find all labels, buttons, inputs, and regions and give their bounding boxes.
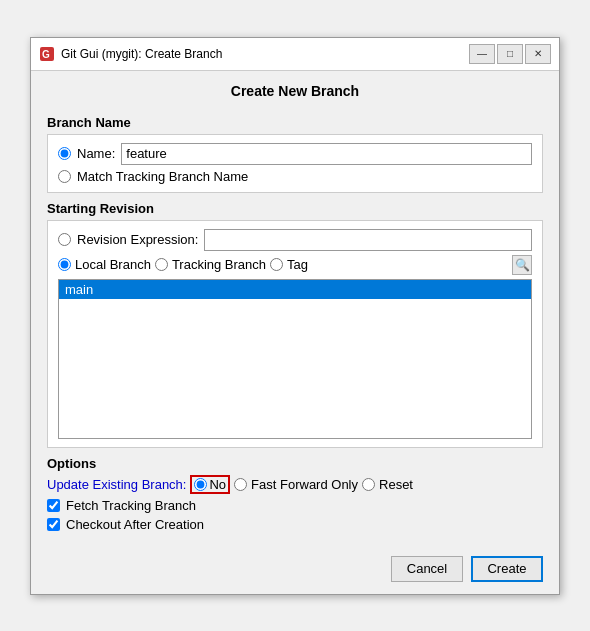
create-button[interactable]: Create [471, 556, 543, 582]
name-row: Name: [58, 143, 532, 165]
svg-text:G: G [42, 49, 50, 60]
dialog-title: Create New Branch [31, 71, 559, 107]
fast-forward-radio[interactable] [234, 478, 247, 491]
name-radio[interactable] [58, 147, 71, 160]
checkout-after-label: Checkout After Creation [66, 517, 204, 532]
starting-revision-section: Revision Expression: Local Branch Tracki… [47, 220, 543, 448]
window-controls: — □ ✕ [469, 44, 551, 64]
revision-expression-row: Revision Expression: [58, 229, 532, 251]
search-icon[interactable]: 🔍 [512, 255, 532, 275]
local-branch-radio[interactable] [58, 258, 71, 271]
revision-expression-input[interactable] [204, 229, 532, 251]
main-window: G Git Gui (mygit): Create Branch — □ ✕ C… [30, 37, 560, 595]
fetch-tracking-checkbox[interactable] [47, 499, 60, 512]
branch-list-item[interactable]: main [59, 280, 531, 299]
checkout-after-row: Checkout After Creation [47, 517, 543, 532]
no-label: No [209, 477, 226, 492]
match-tracking-label: Match Tracking Branch Name [77, 169, 248, 184]
fetch-tracking-label: Fetch Tracking Branch [66, 498, 196, 513]
match-tracking-radio[interactable] [58, 170, 71, 183]
branch-name-section-label: Branch Name [47, 115, 543, 130]
app-icon: G [39, 46, 55, 62]
window-title: Git Gui (mygit): Create Branch [61, 47, 469, 61]
branch-name-input[interactable] [121, 143, 532, 165]
tag-label: Tag [287, 257, 308, 272]
options-label: Options [47, 456, 543, 471]
fast-forward-label: Fast Forward Only [251, 477, 358, 492]
match-tracking-row: Match Tracking Branch Name [58, 169, 532, 184]
tracking-branch-radio[interactable] [155, 258, 168, 271]
no-radio-box: No [190, 475, 230, 494]
starting-revision-section-label: Starting Revision [47, 201, 543, 216]
options-section: Options Update Existing Branch: No Fast … [47, 456, 543, 532]
revision-expression-label: Revision Expression: [77, 232, 198, 247]
update-existing-label: Update Existing Branch: [47, 477, 186, 492]
revision-expression-radio[interactable] [58, 233, 71, 246]
reset-label: Reset [379, 477, 413, 492]
checkout-after-checkbox[interactable] [47, 518, 60, 531]
minimize-button[interactable]: — [469, 44, 495, 64]
branch-name-section: Name: Match Tracking Branch Name [47, 134, 543, 193]
tracking-branch-label: Tracking Branch [172, 257, 266, 272]
reset-radio[interactable] [362, 478, 375, 491]
titlebar: G Git Gui (mygit): Create Branch — □ ✕ [31, 38, 559, 71]
update-existing-row: Update Existing Branch: No Fast Forward … [47, 475, 543, 494]
maximize-button[interactable]: □ [497, 44, 523, 64]
button-row: Cancel Create [31, 548, 559, 594]
no-radio[interactable] [194, 478, 207, 491]
fetch-tracking-row: Fetch Tracking Branch [47, 498, 543, 513]
branch-type-row: Local Branch Tracking Branch Tag 🔍 [58, 255, 532, 275]
dialog-content: Branch Name Name: Match Tracking Branch … [31, 115, 559, 548]
local-branch-label: Local Branch [75, 257, 151, 272]
branch-list[interactable]: main [58, 279, 532, 439]
tag-radio[interactable] [270, 258, 283, 271]
close-button[interactable]: ✕ [525, 44, 551, 64]
cancel-button[interactable]: Cancel [391, 556, 463, 582]
name-radio-label: Name: [77, 146, 115, 161]
